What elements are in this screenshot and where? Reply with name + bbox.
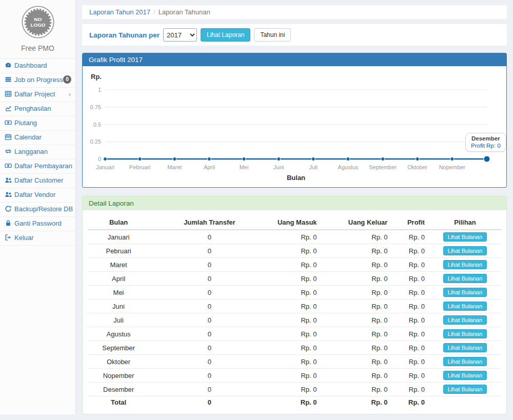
table-total-row: Total 0 Rp. 0 Rp. 0 Rp. 0 (88, 396, 501, 409)
profit-chart-panel: Grafik Profit 2017 Rp.00.250.50.751Janua… (82, 53, 507, 188)
sidebar-item-daftar-pembayaran[interactable]: Daftar Pembayaran (0, 159, 75, 174)
chart-panel-body: Rp.00.250.50.751JanuariPebruariMaretApri… (83, 66, 506, 187)
detail-panel-title: Detail Laporan (83, 196, 506, 210)
cell-jumlah-transfer: 0 (149, 383, 270, 396)
sidebar-item-label: Keluar (14, 234, 34, 242)
table-row: Agustus0Rp. 0Rp. 0Rp. 0Lihat Bulanan (88, 327, 501, 341)
this-year-button[interactable]: Tahun ini (254, 28, 291, 42)
sign-out-icon (5, 234, 12, 241)
lihat-bulanan-button[interactable]: Lihat Bulanan (443, 357, 487, 366)
column-header-uang-masuk: Uang Masuk (270, 215, 321, 230)
sidebar-item-daftar-vendor[interactable]: Daftar Vendor (0, 188, 75, 203)
line-chart-icon (5, 105, 12, 112)
sidebar-item-langganan[interactable]: Langganan (0, 145, 75, 159)
view-report-button[interactable]: Lihat Laporan (201, 28, 250, 42)
sidebar-item-dashboard[interactable]: Dashboard (0, 59, 75, 73)
svg-text:0.75: 0.75 (90, 104, 101, 110)
breadcrumb: Laporan Tahun 2017/Laporan Tahunan (82, 5, 507, 19)
count-badge: 0 (63, 75, 71, 84)
svg-text:1: 1 (98, 87, 101, 93)
cell-uang-masuk: Rp. 0 (270, 230, 321, 244)
sidebar-item-piutang[interactable]: Piutang (0, 116, 75, 131)
sidebar-item-daftar-customer[interactable]: Daftar Customer (0, 174, 75, 188)
sidebar-item-label: Calendar (14, 133, 42, 141)
svg-text:April: April (204, 164, 215, 170)
breadcrumb-link-laporan-tahun[interactable]: Laporan Tahun 2017 (89, 8, 150, 16)
chart-canvas: Rp.00.250.50.751JanuariPebruariMaretApri… (88, 71, 501, 182)
lihat-bulanan-button[interactable]: Lihat Bulanan (443, 274, 487, 283)
cell-bulan: Januari (88, 230, 149, 244)
cell-uang-masuk: Rp. 0 (270, 369, 321, 383)
cell-uang-keluar: Rp. 0 (321, 299, 392, 313)
cell-profit: Rp. 0 (391, 341, 429, 355)
sidebar-item-penghasilan[interactable]: Penghasilan (0, 102, 75, 116)
cell-bulan: September (88, 341, 149, 355)
cell-uang-keluar: Rp. 0 (321, 258, 392, 272)
cell-bulan: Juni (88, 299, 149, 313)
year-select[interactable]: 2017 (163, 28, 197, 42)
total-profit: Rp. 0 (391, 396, 429, 409)
sidebar-item-label: Penghasilan (14, 105, 51, 112)
logo: NO LOGO Free PMO (0, 0, 75, 59)
detail-panel-body: BulanJumlah TransferUang MasukUang Kelua… (83, 210, 506, 414)
sidebar-item-keluar[interactable]: Keluar (0, 231, 75, 246)
table-row: September0Rp. 0Rp. 0Rp. 0Lihat Bulanan (88, 341, 501, 355)
svg-text:Mei: Mei (240, 164, 249, 170)
lihat-bulanan-button[interactable]: Lihat Bulanan (443, 302, 487, 311)
sidebar-item-label: Daftar Customer (14, 176, 63, 184)
sidebar: NO LOGO Free PMO DashboardJob on Progres… (0, 0, 76, 414)
tooltip-month: Desember (471, 135, 501, 142)
cell-jumlah-transfer: 0 (149, 313, 270, 327)
cell-profit: Rp. 0 (391, 383, 429, 396)
cell-uang-masuk: Rp. 0 (270, 341, 321, 355)
table-row: Oktober0Rp. 0Rp. 0Rp. 0Lihat Bulanan (88, 355, 501, 369)
lihat-bulanan-button[interactable]: Lihat Bulanan (443, 232, 487, 242)
lihat-bulanan-button[interactable]: Lihat Bulanan (443, 260, 487, 269)
table-row: Mei0Rp. 0Rp. 0Rp. 0Lihat Bulanan (88, 286, 501, 299)
svg-text:LOGO: LOGO (30, 22, 45, 28)
cell-jumlah-transfer: 0 (149, 327, 270, 341)
svg-text:September: September (369, 164, 397, 170)
svg-text:Maret: Maret (167, 164, 182, 170)
sidebar-item-label: Piutang (14, 119, 37, 127)
column-header-pilihan: Pilihan (429, 215, 501, 230)
svg-text:Juli: Juli (309, 164, 318, 170)
svg-text:Pebruari: Pebruari (129, 164, 151, 170)
cell-jumlah-transfer: 0 (149, 272, 270, 286)
profit-line-chart[interactable]: Rp.00.250.50.751JanuariPebruariMaretApri… (88, 71, 501, 182)
breadcrumb-separator: / (153, 8, 155, 16)
cell-uang-masuk: Rp. 0 (270, 258, 321, 272)
chart-panel-title: Grafik Profit 2017 (83, 53, 506, 66)
lihat-bulanan-button[interactable]: Lihat Bulanan (443, 329, 487, 338)
lihat-bulanan-button[interactable]: Lihat Bulanan (443, 385, 487, 394)
cell-uang-masuk: Rp. 0 (270, 313, 321, 327)
sidebar-item-ganti-password[interactable]: Ganti Password (0, 217, 75, 231)
refresh-icon (5, 205, 12, 212)
sidebar-nav: DashboardJob on Progress0Daftar Project‹… (0, 59, 75, 246)
total-uang-keluar: Rp. 0 (321, 396, 392, 409)
chart-tooltip: Desember Profit Rp: 0 (465, 133, 506, 152)
lihat-bulanan-button[interactable]: Lihat Bulanan (443, 343, 487, 352)
sidebar-item-backup-restore-db[interactable]: Backup/Restore DB (0, 203, 75, 217)
svg-text:Oktober: Oktober (407, 164, 427, 170)
lihat-bulanan-button[interactable]: Lihat Bulanan (443, 246, 487, 255)
sidebar-item-job-on-progress[interactable]: Job on Progress0 (0, 73, 75, 88)
report-filter-bar: Laporan Tahunan per 2017 Lihat Laporan T… (82, 24, 507, 46)
money-icon (5, 162, 12, 169)
cell-jumlah-transfer: 0 (149, 355, 270, 369)
sidebar-item-label: Backup/Restore DB (14, 205, 73, 213)
lihat-bulanan-button[interactable]: Lihat Bulanan (443, 371, 487, 380)
cell-bulan: Juli (88, 313, 149, 327)
table-row: Juli0Rp. 0Rp. 0Rp. 0Lihat Bulanan (88, 313, 501, 327)
sidebar-item-daftar-project[interactable]: Daftar Project‹ (0, 88, 75, 102)
users-icon (5, 176, 12, 184)
cell-uang-keluar: Rp. 0 (321, 383, 392, 396)
lihat-bulanan-button[interactable]: Lihat Bulanan (443, 288, 487, 297)
column-header-jumlah-transfer: Jumlah Transfer (149, 215, 270, 230)
cell-bulan: Nopember (88, 369, 149, 383)
lihat-bulanan-button[interactable]: Lihat Bulanan (443, 315, 487, 325)
sidebar-item-label: Job on Progress (14, 76, 63, 84)
breadcrumb-current: Laporan Tahunan (159, 8, 210, 16)
cell-uang-masuk: Rp. 0 (270, 272, 321, 286)
sidebar-item-calendar[interactable]: Calendar (0, 131, 75, 145)
